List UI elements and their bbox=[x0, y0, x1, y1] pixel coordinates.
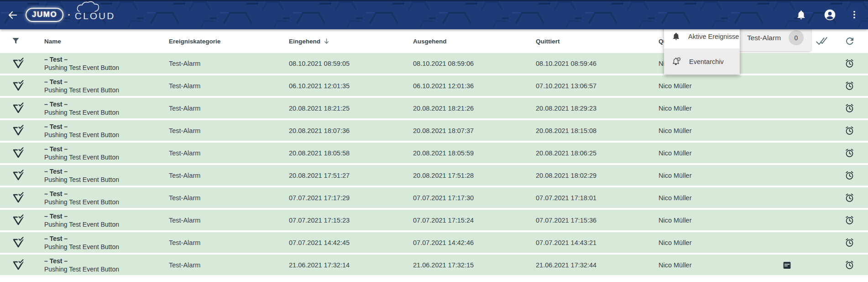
event-acknowledged-time: 20.08.2021 18:29:23 bbox=[536, 105, 596, 112]
alarm-clock-icon[interactable] bbox=[844, 103, 855, 113]
event-name-subtitle: Pushing Test Event Button bbox=[44, 176, 119, 184]
bell-history-icon bbox=[672, 57, 681, 66]
event-name: – Test – Pushing Test Event Button bbox=[44, 212, 119, 229]
event-outgoing-time: 07.07.2021 17:15:24 bbox=[413, 217, 474, 224]
menu-item-event-archive[interactable]: Eventarchiv bbox=[664, 48, 740, 74]
column-header-outgoing[interactable]: Ausgehend bbox=[413, 38, 447, 45]
event-category: Test-Alarm bbox=[169, 149, 200, 157]
jumo-logo-badge: JUMO bbox=[26, 8, 63, 22]
event-acknowledged-time: 07.07.2021 17:15:36 bbox=[536, 217, 596, 224]
event-category: Test-Alarm bbox=[169, 239, 200, 246]
event-incoming-time: 21.06.2021 17:32:14 bbox=[289, 261, 350, 269]
event-acknowledged-by: Nico Müller bbox=[659, 127, 692, 134]
event-incoming-time: 07.07.2021 14:42:45 bbox=[289, 239, 350, 246]
hexagon-pattern-background bbox=[0, 0, 868, 29]
event-category: Test-Alarm bbox=[169, 82, 200, 90]
event-name-title: – Test – bbox=[44, 55, 119, 64]
event-name: – Test – Pushing Test Event Button bbox=[44, 256, 119, 273]
table-row[interactable]: – Test – Pushing Test Event Button Test-… bbox=[0, 120, 868, 141]
refresh-button[interactable] bbox=[842, 33, 858, 49]
event-name-subtitle: Pushing Test Event Button bbox=[44, 64, 119, 72]
account-button[interactable] bbox=[820, 5, 840, 25]
calendar-icon[interactable] bbox=[782, 260, 792, 270]
table-row[interactable]: – Test – Pushing Test Event Button Test-… bbox=[0, 187, 868, 208]
event-category: Test-Alarm bbox=[169, 60, 200, 67]
event-category: Test-Alarm bbox=[169, 172, 200, 179]
alarm-acknowledged-triangle-icon bbox=[12, 80, 25, 92]
event-acknowledged-time: 07.07.2021 14:43:21 bbox=[536, 239, 596, 246]
event-name-subtitle: Pushing Test Event Button bbox=[44, 131, 119, 139]
jumo-cloud-logo: JUMO · CLOUD bbox=[26, 0, 115, 29]
event-category: Test-Alarm bbox=[169, 105, 200, 112]
event-name: – Test – Pushing Test Event Button bbox=[44, 167, 119, 184]
event-acknowledged-time: 20.08.2021 18:02:29 bbox=[536, 172, 596, 179]
filter-chip-count-badge: 0 bbox=[789, 30, 804, 45]
event-name: – Test – Pushing Test Event Button bbox=[44, 55, 119, 72]
navbar-top-edge bbox=[0, 0, 868, 1]
event-acknowledged-by: Nico Müller bbox=[659, 194, 692, 202]
alarm-clock-icon[interactable] bbox=[844, 260, 855, 270]
event-acknowledged-time: 21.06.2021 17:32:44 bbox=[536, 261, 596, 269]
event-name: – Test – Pushing Test Event Button bbox=[44, 189, 119, 206]
event-acknowledged-by: Nico Müller bbox=[659, 261, 692, 269]
event-acknowledged-time: 08.10.2021 08:59:46 bbox=[536, 60, 596, 67]
event-name-subtitle: Pushing Test Event Button bbox=[44, 86, 119, 95]
column-header-name[interactable]: Name bbox=[44, 38, 61, 45]
alarm-acknowledged-triangle-icon bbox=[12, 58, 25, 69]
event-name-title: – Test – bbox=[44, 256, 119, 265]
event-name: – Test – Pushing Test Event Button bbox=[44, 144, 119, 161]
table-row[interactable]: – Test – Pushing Test Event Button Test-… bbox=[0, 75, 868, 96]
event-acknowledged-time: 07.10.2021 13:06:57 bbox=[536, 82, 596, 90]
event-name-title: – Test – bbox=[44, 167, 119, 176]
alarm-clock-icon[interactable] bbox=[844, 215, 855, 225]
alarm-clock-icon[interactable] bbox=[844, 170, 855, 181]
event-name-subtitle: Pushing Test Event Button bbox=[44, 198, 119, 207]
notifications-button[interactable] bbox=[791, 5, 811, 25]
event-incoming-time: 08.10.2021 08:59:05 bbox=[289, 60, 350, 67]
event-outgoing-time: 07.07.2021 17:17:30 bbox=[413, 194, 474, 202]
acknowledge-all-button[interactable] bbox=[814, 33, 829, 49]
menu-item-label: Aktive Ereignisse bbox=[688, 33, 739, 40]
event-acknowledged-by: Nico Müller bbox=[659, 82, 692, 90]
event-incoming-time: 20.08.2021 18:05:58 bbox=[289, 149, 350, 157]
column-header-acknowledged[interactable]: Quittiert bbox=[536, 38, 560, 45]
alarm-clock-icon[interactable] bbox=[844, 80, 855, 91]
table-row[interactable]: – Test – Pushing Test Event Button Test-… bbox=[0, 143, 868, 163]
table-row[interactable]: – Test – Pushing Test Event Button Test-… bbox=[0, 165, 868, 186]
table-row[interactable]: – Test – Pushing Test Event Button Test-… bbox=[0, 255, 868, 275]
more-options-button[interactable] bbox=[844, 5, 864, 25]
back-button[interactable] bbox=[5, 8, 20, 22]
event-acknowledged-time: 20.08.2021 18:15:08 bbox=[536, 127, 596, 134]
filter-icon[interactable] bbox=[11, 37, 20, 46]
event-outgoing-time: 21.06.2021 17:32:15 bbox=[413, 261, 474, 269]
alarm-clock-icon[interactable] bbox=[844, 58, 855, 69]
column-header-incoming[interactable]: Eingehend bbox=[289, 38, 330, 45]
event-acknowledged-by: Nico Müller bbox=[659, 239, 692, 246]
alarm-acknowledged-triangle-icon bbox=[12, 192, 25, 204]
event-acknowledged-by: Nico Müller bbox=[659, 217, 692, 224]
alarm-clock-icon[interactable] bbox=[844, 237, 855, 248]
event-acknowledged-by: Nico Müller bbox=[659, 149, 692, 157]
event-name-title: – Test – bbox=[44, 212, 119, 220]
event-incoming-time: 07.07.2021 17:17:29 bbox=[289, 194, 350, 202]
alarm-acknowledged-triangle-icon bbox=[12, 170, 25, 181]
alarm-clock-icon[interactable] bbox=[844, 125, 855, 136]
event-table-body: – Test – Pushing Test Event Button Test-… bbox=[0, 53, 868, 277]
alarm-acknowledged-triangle-icon bbox=[12, 102, 25, 114]
event-name-title: – Test – bbox=[44, 189, 119, 198]
alarm-clock-icon[interactable] bbox=[844, 192, 855, 203]
event-name: – Test – Pushing Test Event Button bbox=[44, 234, 119, 251]
event-name-title: – Test – bbox=[44, 144, 119, 153]
table-row[interactable]: – Test – Pushing Test Event Button Test-… bbox=[0, 98, 868, 118]
alarm-clock-icon[interactable] bbox=[844, 148, 855, 158]
event-acknowledged-by: Nico Müller bbox=[659, 105, 692, 112]
event-outgoing-time: 20.08.2021 18:07:37 bbox=[413, 127, 474, 134]
event-name-title: – Test – bbox=[44, 122, 119, 131]
event-category: Test-Alarm bbox=[169, 261, 200, 269]
column-header-category[interactable]: Ereigniskategorie bbox=[169, 38, 220, 45]
event-acknowledged-time: 07.07.2021 17:18:01 bbox=[536, 194, 596, 202]
table-row[interactable]: – Test – Pushing Test Event Button Test-… bbox=[0, 232, 868, 253]
sort-desc-arrow-icon bbox=[323, 38, 330, 45]
alarm-acknowledged-triangle-icon bbox=[12, 214, 25, 226]
table-row[interactable]: – Test – Pushing Test Event Button Test-… bbox=[0, 210, 868, 230]
